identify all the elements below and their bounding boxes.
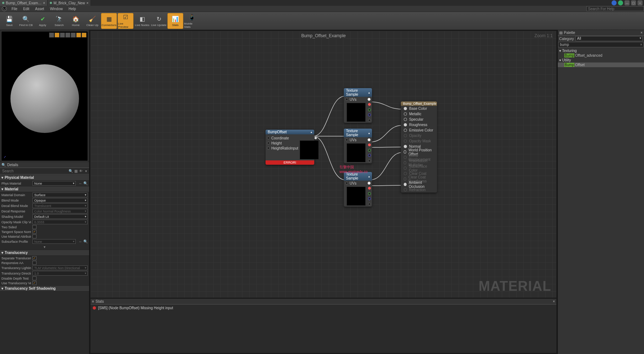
pin-g-out[interactable]	[368, 192, 371, 195]
details-tab[interactable]: 🔍Details	[0, 162, 89, 168]
node-header[interactable]: Texture Sample▴	[344, 172, 372, 181]
apply-button[interactable]: ✔Apply	[35, 13, 51, 29]
pin-g-out[interactable]	[368, 149, 371, 152]
decal-blend-dropdown[interactable]: Translucent	[32, 203, 88, 208]
node-header[interactable]: BumpOffset▴	[266, 130, 314, 134]
chevron-down-icon[interactable]: ▾	[83, 169, 88, 174]
chevron-up-icon[interactable]: ▴	[368, 175, 370, 178]
pin-r-out[interactable]	[368, 103, 371, 106]
use-mat-attr-checkbox[interactable]	[32, 234, 36, 238]
palette-item-bumpoffset-advanced[interactable]: BumpOffset_advanced	[558, 53, 644, 58]
material-preview-viewport[interactable]: ⤤	[1, 31, 88, 161]
menu-file[interactable]: File	[9, 7, 20, 11]
stats-button[interactable]: 📊Stats	[167, 13, 183, 29]
save-button[interactable]: 💾Save	[1, 13, 17, 29]
back-icon[interactable]: ←	[79, 181, 82, 185]
clear-icon[interactable]: ×	[640, 43, 642, 47]
source-control-icon[interactable]	[612, 0, 617, 5]
file-tab-0[interactable]: Bump_Offset_Exam…×	[0, 0, 48, 6]
menu-window[interactable]: Window	[47, 7, 66, 11]
pin-uvs-in[interactable]	[345, 182, 348, 185]
maximize-button[interactable]: ▢	[631, 0, 636, 5]
pv-watermark-icon[interactable]	[82, 33, 87, 38]
pin-rgb-out[interactable]	[368, 182, 371, 185]
search-icon[interactable]: 🔍	[68, 169, 73, 174]
pin-b-out[interactable]	[368, 197, 371, 200]
pv-grid-icon[interactable]	[76, 33, 81, 38]
file-tab-1[interactable]: M_Brick_Clay_New×	[48, 0, 91, 6]
pv-plane-icon[interactable]	[60, 33, 65, 38]
pin-emissive[interactable]	[404, 129, 407, 132]
live-nodes-button[interactable]: ◧Live Nodes	[134, 13, 150, 29]
node-material-result[interactable]: Bump_Offset_Example Base Color Metallic …	[401, 102, 437, 193]
material-domain-dropdown[interactable]: Surface	[32, 193, 88, 197]
menu-help[interactable]: Help	[66, 7, 79, 11]
pin-b-out[interactable]	[368, 154, 371, 157]
node-texture-sample-3[interactable]: Texture Sample▴ UVs	[344, 172, 372, 207]
pin-ao[interactable]	[404, 183, 407, 186]
section-translucency[interactable]: ▾Translucency	[0, 250, 89, 256]
close-icon[interactable]: ×	[553, 299, 555, 303]
home-button[interactable]: 🏠Home	[68, 13, 84, 29]
decal-response-dropdown[interactable]: Color Normal Roughness	[32, 209, 88, 213]
palette-group-texturing[interactable]: ▾Texturing	[558, 48, 644, 53]
notify-icon[interactable]	[618, 0, 623, 5]
section-material[interactable]: ▾Material	[0, 186, 89, 192]
pin-base-color[interactable]	[404, 107, 407, 110]
pin-normal[interactable]	[404, 145, 407, 148]
palette-tab[interactable]: ▤Palette×	[558, 30, 644, 36]
pin-uvs-in[interactable]	[345, 98, 348, 101]
menu-edit[interactable]: Edit	[20, 7, 32, 11]
sep-trans-checkbox[interactable]	[32, 256, 36, 260]
trans-lighting-dropdown[interactable]: TLM Volumetric Non Directional	[32, 266, 88, 270]
stats-tab[interactable]: ≡Stats×	[91, 299, 556, 305]
blend-mode-dropdown[interactable]: Opaque	[32, 198, 88, 203]
node-header[interactable]: Texture Sample▴	[344, 88, 372, 97]
matrix-icon[interactable]: ▦	[73, 169, 78, 174]
pv-cube-icon[interactable]	[65, 33, 70, 38]
pin-roughness[interactable]	[404, 123, 407, 126]
search-icon[interactable]: 🔍	[83, 239, 88, 243]
pin-rgb-out[interactable]	[368, 138, 371, 141]
pin-heightratio-in[interactable]	[267, 147, 270, 150]
palette-item-bumpoffset[interactable]: BumpOffset	[558, 62, 644, 67]
material-graph[interactable]: Bump_Offset_Example Zoom 1:1 MATERIAL Bu…	[91, 31, 556, 298]
pin-a-out[interactable]	[368, 159, 371, 162]
node-texture-sample-2[interactable]: Texture Sample▴ UVs	[344, 129, 372, 163]
disable-depth-checkbox[interactable]	[32, 276, 36, 280]
live-update-button[interactable]: ↻Live Update	[151, 13, 167, 29]
live-preview-button[interactable]: ☑Live Preview	[118, 13, 133, 29]
find-in-cb-button[interactable]: 🔍Find in CB	[18, 13, 34, 29]
node-texture-sample-1[interactable]: Texture Sample▴ UVs	[344, 88, 372, 123]
pin-rgb-out[interactable]	[368, 98, 371, 101]
close-icon[interactable]: ×	[640, 31, 643, 35]
tangent-space-checkbox[interactable]	[32, 230, 36, 234]
palette-group-utility[interactable]: ▾Utility	[558, 58, 644, 62]
shading-model-dropdown[interactable]: Default Lit	[32, 214, 88, 219]
mobile-stats-button[interactable]: 📱Mobile Stats	[184, 13, 200, 29]
use-trans-vel-checkbox[interactable]	[32, 281, 36, 285]
pin-metallic[interactable]	[404, 112, 407, 116]
pin-uvs-in[interactable]	[345, 138, 348, 141]
search-icon[interactable]: 🔍	[83, 181, 88, 185]
menu-asset[interactable]: Asset	[32, 7, 47, 11]
chevron-up-icon[interactable]: ▴	[311, 130, 312, 134]
pin-out[interactable]	[314, 137, 317, 139]
section-self-shadowing[interactable]: ▾Translucency Self Shadowing	[0, 285, 89, 292]
minimize-button[interactable]: —	[625, 0, 630, 5]
close-button[interactable]: ×	[638, 0, 643, 5]
palette-category-dropdown[interactable]: All	[575, 36, 643, 41]
pin-height-in[interactable]	[267, 142, 270, 144]
pin-a-out[interactable]	[368, 119, 371, 122]
pv-sphere-icon[interactable]	[54, 33, 60, 38]
chevron-up-icon[interactable]: ▴	[368, 91, 370, 94]
opacity-mask-input[interactable]: 0.3333	[32, 220, 88, 224]
responsive-aa-checkbox[interactable]	[32, 261, 36, 265]
pin-specular[interactable]	[404, 118, 407, 121]
section-physical-material[interactable]: ▾Physical Material	[0, 174, 89, 181]
close-icon[interactable]: ×	[43, 1, 45, 5]
palette-search-input[interactable]: bump×	[558, 42, 644, 47]
search-button[interactable]: 🔭Search	[51, 13, 67, 29]
pin-wpo[interactable]	[404, 150, 406, 154]
connectors-button[interactable]: ▦Connectors	[101, 13, 117, 29]
